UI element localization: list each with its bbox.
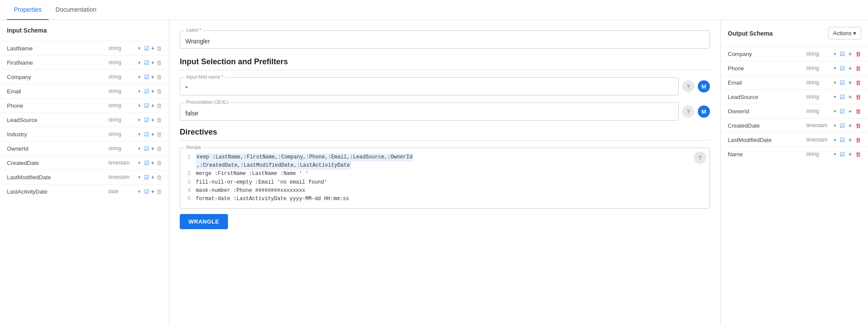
row-check-icon[interactable]: ☑: [144, 131, 149, 138]
output-plus-icon[interactable]: +: [848, 108, 852, 115]
output-row: Name string ▾ ☑ + 🗑: [721, 147, 868, 161]
row-trash-icon[interactable]: 🗑: [156, 145, 162, 152]
output-type-dropdown-icon[interactable]: ▾: [834, 123, 836, 128]
output-type-dropdown-icon[interactable]: ▾: [834, 80, 836, 86]
row-check-icon[interactable]: ☑: [144, 160, 149, 166]
output-type-dropdown-icon[interactable]: ▾: [834, 151, 836, 157]
output-check-icon[interactable]: ☑: [840, 51, 845, 57]
row-trash-icon[interactable]: 🗑: [156, 102, 162, 109]
schema-row-name: Industry: [7, 131, 105, 138]
row-plus-icon[interactable]: +: [151, 59, 155, 66]
row-trash-icon[interactable]: 🗑: [156, 174, 162, 181]
recipe-line: 5 format-date :LastActivityDate yyyy-MM-…: [184, 195, 706, 203]
row-plus-icon[interactable]: +: [151, 145, 155, 152]
row-check-icon[interactable]: ☑: [144, 45, 149, 52]
row-check-icon[interactable]: ☑: [144, 74, 149, 80]
row-check-icon[interactable]: ☑: [144, 174, 149, 181]
output-plus-icon[interactable]: +: [848, 122, 852, 129]
type-dropdown-icon[interactable]: ▾: [138, 103, 141, 109]
output-type-dropdown-icon[interactable]: ▾: [834, 109, 836, 114]
row-check-icon[interactable]: ☑: [144, 59, 149, 66]
row-plus-icon[interactable]: +: [151, 131, 155, 138]
precondition-help-button[interactable]: ?: [682, 105, 694, 118]
tab-documentation[interactable]: Documentation: [49, 0, 103, 20]
row-check-icon[interactable]: ☑: [144, 188, 149, 195]
output-trash-icon[interactable]: 🗑: [855, 51, 861, 57]
schema-row-name: LastModifiedDate: [7, 174, 105, 181]
row-trash-icon[interactable]: 🗑: [156, 59, 162, 66]
output-plus-icon[interactable]: +: [848, 93, 852, 100]
row-check-icon[interactable]: ☑: [144, 117, 149, 123]
row-plus-icon[interactable]: +: [151, 102, 155, 109]
output-trash-icon[interactable]: 🗑: [855, 122, 861, 129]
type-dropdown-icon[interactable]: ▾: [138, 46, 141, 51]
output-check-icon[interactable]: ☑: [840, 137, 845, 143]
schema-row-name: CreatedDate: [7, 160, 105, 166]
row-trash-icon[interactable]: 🗑: [156, 74, 162, 80]
row-plus-icon[interactable]: +: [151, 159, 155, 166]
output-trash-icon[interactable]: 🗑: [855, 65, 861, 72]
row-plus-icon[interactable]: +: [151, 73, 155, 80]
output-plus-icon[interactable]: +: [848, 79, 852, 86]
output-plus-icon[interactable]: +: [848, 65, 852, 72]
output-trash-icon[interactable]: 🗑: [855, 108, 861, 115]
row-trash-icon[interactable]: 🗑: [156, 117, 162, 123]
output-check-icon[interactable]: ☑: [840, 151, 845, 158]
wrangle-button[interactable]: WRANGLE: [180, 214, 228, 229]
label-input[interactable]: [185, 38, 704, 45]
output-trash-icon[interactable]: 🗑: [855, 151, 861, 158]
row-check-icon[interactable]: ☑: [144, 102, 149, 109]
type-dropdown-icon[interactable]: ▾: [138, 146, 141, 151]
row-trash-icon[interactable]: 🗑: [156, 131, 162, 138]
type-dropdown-icon[interactable]: ▾: [138, 74, 141, 80]
type-dropdown-icon[interactable]: ▾: [138, 117, 141, 123]
type-dropdown-icon[interactable]: ▾: [138, 189, 141, 194]
precondition-m-badge[interactable]: M: [698, 105, 710, 118]
type-dropdown-icon[interactable]: ▾: [138, 132, 141, 137]
row-actions: ☑ + 🗑: [144, 174, 162, 181]
input-field-help-button[interactable]: ?: [682, 80, 694, 92]
output-trash-icon[interactable]: 🗑: [855, 79, 861, 86]
output-plus-icon[interactable]: +: [848, 151, 852, 158]
row-plus-icon[interactable]: +: [151, 174, 155, 181]
output-type-dropdown-icon[interactable]: ▾: [834, 94, 836, 100]
output-check-icon[interactable]: ☑: [840, 108, 845, 115]
row-trash-icon[interactable]: 🗑: [156, 88, 162, 95]
schema-row-name: Email: [7, 88, 105, 95]
output-trash-icon[interactable]: 🗑: [855, 94, 861, 100]
row-check-icon[interactable]: ☑: [144, 145, 149, 152]
row-trash-icon[interactable]: 🗑: [156, 188, 162, 195]
output-check-icon[interactable]: ☑: [840, 79, 845, 86]
output-check-icon[interactable]: ☑: [840, 94, 845, 100]
output-type-dropdown-icon[interactable]: ▾: [834, 51, 836, 57]
tab-properties[interactable]: Properties: [7, 0, 49, 20]
row-plus-icon[interactable]: +: [151, 116, 155, 123]
recipe-content[interactable]: 1 keep :LastName,:FirstName,:Company,:Ph…: [180, 148, 710, 208]
schema-row-type: string: [109, 102, 135, 109]
schema-row: Industry string ▾ ☑ + 🗑: [0, 127, 169, 141]
row-trash-icon[interactable]: 🗑: [156, 45, 162, 52]
precondition-input[interactable]: [185, 110, 673, 117]
output-check-icon[interactable]: ☑: [840, 122, 845, 129]
output-type-dropdown-icon[interactable]: ▾: [834, 137, 836, 143]
row-plus-icon[interactable]: +: [151, 188, 155, 195]
row-trash-icon[interactable]: 🗑: [156, 160, 162, 166]
output-plus-icon[interactable]: +: [848, 50, 852, 57]
recipe-line-num: 3: [184, 178, 191, 187]
output-trash-icon[interactable]: 🗑: [855, 137, 861, 143]
row-check-icon[interactable]: ☑: [144, 88, 149, 95]
row-plus-icon[interactable]: +: [151, 88, 155, 95]
type-dropdown-icon[interactable]: ▾: [138, 60, 141, 66]
type-dropdown-icon[interactable]: ▾: [138, 160, 141, 166]
row-plus-icon[interactable]: +: [151, 45, 155, 52]
input-field-m-badge[interactable]: M: [698, 80, 710, 92]
output-check-icon[interactable]: ☑: [840, 65, 845, 72]
schema-row: OwnerId string ▾ ☑ + 🗑: [0, 141, 169, 155]
type-dropdown-icon[interactable]: ▾: [138, 89, 141, 94]
actions-dropdown[interactable]: Actions ▾: [828, 27, 861, 40]
output-type-dropdown-icon[interactable]: ▾: [834, 66, 836, 71]
type-dropdown-icon[interactable]: ▾: [138, 175, 141, 180]
recipe-help-button[interactable]: ?: [694, 151, 706, 164]
input-field-name-input[interactable]: [185, 85, 673, 92]
output-plus-icon[interactable]: +: [848, 136, 852, 143]
